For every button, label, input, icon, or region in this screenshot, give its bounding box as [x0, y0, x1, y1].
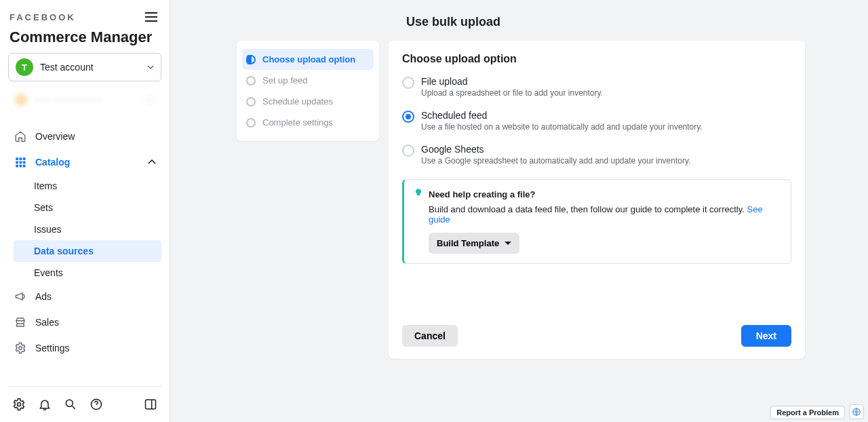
sub-account-avatar: [15, 94, 27, 106]
nav-events[interactable]: Events: [28, 262, 161, 284]
build-template-button[interactable]: Build Template: [429, 233, 519, 254]
nav-data-sources-label: Data sources: [34, 246, 94, 256]
notifications-icon[interactable]: [37, 396, 53, 413]
nav-settings[interactable]: Settings: [8, 335, 161, 361]
svg-rect-4: [20, 161, 22, 164]
step-label: Complete settings: [262, 117, 333, 128]
step-3[interactable]: Complete settings: [242, 112, 374, 133]
upload-option-sched[interactable]: Scheduled feed Use a file hosted on a we…: [402, 110, 791, 132]
hamburger-icon: [145, 12, 157, 22]
step-1[interactable]: Set up feed: [242, 70, 374, 91]
radio-icon: [402, 111, 414, 123]
report-problem-button[interactable]: Report a Problem: [770, 406, 845, 419]
tip-body: Build and download a data feed file, the…: [429, 204, 781, 225]
upload-option-gs[interactable]: Google Sheets Use a Google spreadsheet t…: [402, 144, 791, 166]
nav-issues[interactable]: Issues: [28, 218, 161, 240]
nav-catalog-children: Items Sets Issues Data sources Events: [8, 175, 161, 284]
svg-rect-13: [146, 400, 156, 408]
nav-items[interactable]: Items: [28, 175, 161, 197]
nav-events-label: Events: [34, 267, 63, 278]
step-2[interactable]: Schedule updates: [242, 91, 374, 112]
megaphone-icon: [14, 290, 27, 303]
step-label: Schedule updates: [262, 96, 333, 107]
panel-toggle-icon[interactable]: [142, 396, 159, 413]
nav-ads-label: Ads: [35, 291, 52, 302]
grid-icon: [14, 156, 27, 168]
svg-point-9: [19, 347, 22, 350]
step-label: Set up feed: [262, 75, 308, 85]
svg-point-10: [18, 403, 21, 406]
svg-rect-7: [20, 165, 22, 168]
page-title: Use bulk upload: [170, 0, 500, 39]
tip-title: Need help creating a file?: [429, 189, 536, 199]
radio-icon: [402, 77, 414, 89]
tip-body-text: Build and download a data feed file, the…: [429, 204, 747, 214]
globe-icon: [852, 407, 861, 417]
help-icon[interactable]: [88, 396, 104, 413]
section-title: Commerce Manager: [8, 27, 161, 53]
sidebar: FACEBOOK Commerce Manager T Test account…: [0, 0, 170, 422]
svg-rect-3: [16, 161, 18, 164]
tip-box: Need help creating a file? Build and dow…: [402, 179, 791, 264]
step-label: Choose upload option: [262, 54, 355, 64]
upload-option-desc: Use a file hosted on a website to automa…: [421, 122, 703, 132]
settings-gear-icon[interactable]: [11, 396, 27, 413]
build-template-label: Build Template: [437, 238, 499, 248]
nav-data-sources[interactable]: Data sources: [14, 240, 161, 262]
account-select[interactable]: T Test account: [8, 53, 161, 81]
sidebar-collapse-button[interactable]: [142, 9, 160, 24]
form-card: Choose upload option File upload Upload …: [389, 41, 805, 359]
upload-option-desc: Upload a spreadsheet or file to add your…: [421, 88, 603, 98]
sidebar-nav: Overview Catalog Items Sets Issues Data …: [8, 123, 161, 386]
upload-option-desc: Use a Google spreadsheet to automaticall…: [421, 156, 690, 166]
language-button[interactable]: [849, 404, 864, 419]
svg-rect-5: [23, 161, 26, 164]
form-title: Choose upload option: [402, 53, 791, 65]
store-icon: [14, 316, 27, 328]
account-name: Test account: [40, 62, 140, 73]
nav-overview-label: Overview: [35, 131, 75, 142]
svg-rect-8: [23, 165, 26, 168]
upload-option-file[interactable]: File upload Upload a spreadsheet or file…: [402, 76, 791, 98]
nav-sets[interactable]: Sets: [28, 197, 161, 218]
nav-sales[interactable]: Sales: [8, 309, 161, 335]
home-icon: [14, 130, 27, 142]
brand-wordmark: FACEBOOK: [9, 12, 76, 22]
nav-catalog-label: Catalog: [35, 157, 140, 168]
sub-account-row[interactable]: —— —————— i: [8, 88, 161, 111]
step-bullet-icon: [246, 118, 256, 128]
step-0[interactable]: Choose upload option: [242, 49, 374, 70]
svg-rect-6: [16, 165, 18, 168]
svg-rect-1: [20, 157, 22, 160]
nav-sales-label: Sales: [35, 317, 59, 328]
svg-rect-2: [23, 157, 26, 160]
main: Use bulk upload Choose upload option Set…: [170, 0, 868, 422]
step-bullet-icon: [246, 76, 256, 85]
cancel-button[interactable]: Cancel: [402, 325, 458, 347]
nav-overview[interactable]: Overview: [8, 123, 161, 149]
nav-sets-label: Sets: [34, 202, 53, 213]
chevron-up-icon: [148, 159, 156, 165]
gear-icon: [14, 342, 27, 354]
step-bullet-icon: [246, 55, 256, 64]
nav-catalog[interactable]: Catalog: [8, 149, 161, 175]
radio-icon: [402, 145, 414, 157]
info-icon: i: [145, 95, 155, 104]
caret-down-icon: [147, 65, 154, 69]
sidebar-footer-icons: [8, 392, 161, 417]
search-icon[interactable]: [62, 396, 79, 413]
upload-option-label: File upload: [421, 76, 603, 87]
upload-option-label: Google Sheets: [421, 144, 690, 155]
next-button[interactable]: Next: [741, 325, 791, 347]
nav-settings-label: Settings: [35, 343, 70, 353]
sidebar-divider: [8, 386, 161, 387]
nav-items-label: Items: [34, 180, 57, 191]
nav-ads[interactable]: Ads: [8, 284, 161, 309]
nav-issues-label: Issues: [34, 224, 61, 235]
account-avatar: T: [16, 58, 33, 76]
upload-option-group: File upload Upload a spreadsheet or file…: [402, 76, 791, 166]
lightbulb-icon: [414, 188, 423, 200]
caret-down-icon: [505, 242, 511, 246]
svg-point-11: [66, 400, 73, 406]
upload-option-label: Scheduled feed: [421, 110, 703, 121]
